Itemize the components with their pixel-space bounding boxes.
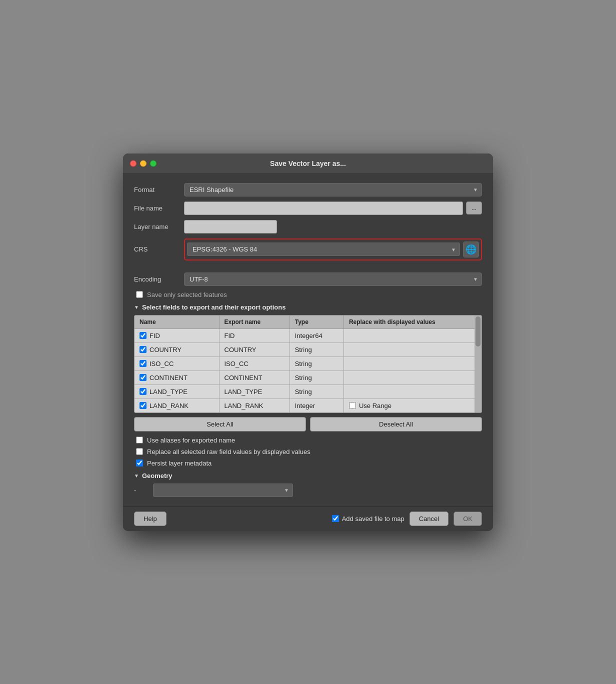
filename-control: ... xyxy=(184,202,482,215)
geometry-section: ▼ Geometry - ▼ xyxy=(134,472,482,497)
select-deselect-row: Select All Deselect All xyxy=(134,417,482,432)
help-button[interactable]: Help xyxy=(134,512,166,526)
crs-select-wrap: EPSG:4326 - WGS 84 ▼ xyxy=(187,242,460,256)
geometry-type-select-wrap: ▼ xyxy=(153,484,293,497)
save-selected-checkbox[interactable] xyxy=(136,291,143,298)
fields-table-container: Name Export name Type Replace with displ… xyxy=(134,315,482,413)
persist-metadata-checkbox[interactable] xyxy=(136,460,143,466)
deselect-all-button[interactable]: Deselect All xyxy=(310,417,482,432)
add-to-map-row: Add saved file to map xyxy=(332,515,404,522)
field-name-cell: LAND_RANK xyxy=(134,398,219,412)
traffic-lights xyxy=(130,160,156,166)
geometry-section-header: ▼ Geometry xyxy=(134,472,482,480)
field-replace xyxy=(344,342,482,356)
geometry-section-triangle[interactable]: ▼ xyxy=(134,473,139,478)
field-check-wrap: CONTINENT xyxy=(140,374,214,382)
crs-row: CRS EPSG:4326 - WGS 84 ▼ 🌐 xyxy=(134,238,482,260)
field-replace xyxy=(344,328,482,342)
field-name: CONTINENT xyxy=(150,374,188,382)
field-name-cell: CONTINENT xyxy=(134,370,219,384)
format-row: Format ESRI Shapefile ▼ xyxy=(134,183,482,196)
use-aliases-checkbox[interactable] xyxy=(136,436,143,444)
persist-metadata-label: Persist layer metadata xyxy=(147,460,212,467)
field-type: String xyxy=(290,342,344,356)
persist-metadata-row: Persist layer metadata xyxy=(134,460,482,467)
field-checkbox[interactable] xyxy=(140,374,146,381)
use-aliases-label: Use aliases for exported name xyxy=(147,436,235,444)
col-type: Type xyxy=(290,316,344,329)
field-name: LAND_TYPE xyxy=(150,388,188,396)
fields-table-body: FID FID Integer64 xyxy=(134,328,482,412)
fields-table-header: Name Export name Type Replace with displ… xyxy=(134,316,482,329)
col-name: Name xyxy=(134,316,219,329)
encoding-select[interactable]: UTF-8 xyxy=(184,272,482,286)
select-all-button[interactable]: Select All xyxy=(134,417,306,432)
field-name-cell: FID xyxy=(134,328,219,342)
use-range-checkbox[interactable] xyxy=(349,402,356,409)
fields-header-row: Name Export name Type Replace with displ… xyxy=(134,316,482,329)
field-export-name[interactable]: CONTINENT xyxy=(219,370,290,384)
field-name: FID xyxy=(150,332,160,340)
maximize-button[interactable] xyxy=(150,160,156,166)
fields-section-triangle[interactable]: ▼ xyxy=(134,304,139,310)
field-checkbox[interactable] xyxy=(140,402,146,409)
save-vector-dialog: Save Vector Layer as... Format ESRI Shap… xyxy=(123,154,493,531)
format-control: ESRI Shapefile ▼ xyxy=(184,183,482,196)
add-to-map-checkbox[interactable] xyxy=(332,515,339,522)
save-selected-label: Save only selected features xyxy=(147,291,227,298)
field-check-wrap: LAND_TYPE xyxy=(140,388,214,396)
layername-input[interactable] xyxy=(184,220,277,234)
field-replace: Use Range xyxy=(344,398,482,412)
format-label: Format xyxy=(134,186,184,194)
cancel-button[interactable]: Cancel xyxy=(410,512,448,526)
encoding-select-wrap: UTF-8 ▼ xyxy=(184,272,482,286)
field-name-cell: ISO_CC xyxy=(134,356,219,370)
field-checkbox[interactable] xyxy=(140,360,146,367)
table-row: LAND_RANK LAND_RANK Integer Use Range xyxy=(134,398,482,412)
field-name-cell: LAND_TYPE xyxy=(134,384,219,398)
field-export-name[interactable]: LAND_RANK xyxy=(219,398,290,412)
field-name-cell: COUNTRY xyxy=(134,342,219,356)
crs-input-group: EPSG:4326 - WGS 84 ▼ 🌐 xyxy=(184,238,482,260)
field-export-name[interactable]: FID xyxy=(219,328,290,342)
use-range-wrap: Use Range xyxy=(349,402,476,410)
field-checkbox[interactable] xyxy=(140,346,146,353)
use-aliases-row: Use aliases for exported name xyxy=(134,436,482,444)
crs-globe-button[interactable]: 🌐 xyxy=(463,242,479,258)
table-row: COUNTRY COUNTRY String xyxy=(134,342,482,356)
field-replace xyxy=(344,384,482,398)
filename-label: File name xyxy=(134,204,184,212)
table-row: LAND_TYPE LAND_TYPE String xyxy=(134,384,482,398)
field-check-wrap: LAND_RANK xyxy=(140,402,214,410)
window-title: Save Vector Layer as... xyxy=(270,160,346,168)
format-select[interactable]: ESRI Shapefile xyxy=(184,183,482,196)
format-select-wrap: ESRI Shapefile ▼ xyxy=(184,183,482,196)
use-range-label: Use Range xyxy=(359,402,392,410)
field-check-wrap: FID xyxy=(140,332,214,340)
browse-button[interactable]: ... xyxy=(466,202,482,214)
fields-table-scroll[interactable]: Name Export name Type Replace with displ… xyxy=(134,316,482,412)
field-export-name[interactable]: COUNTRY xyxy=(219,342,290,356)
field-name: LAND_RANK xyxy=(150,402,188,410)
filename-input[interactable] xyxy=(184,202,463,215)
field-export-name[interactable]: LAND_TYPE xyxy=(219,384,290,398)
scrollbar-track[interactable] xyxy=(474,316,482,412)
scrollbar-thumb[interactable] xyxy=(476,316,480,346)
table-row: ISO_CC ISO_CC String xyxy=(134,356,482,370)
field-checkbox[interactable] xyxy=(140,332,146,339)
layername-row: Layer name xyxy=(134,220,482,234)
replace-raw-checkbox[interactable] xyxy=(136,448,143,455)
replace-raw-label: Replace all selected raw field values by… xyxy=(147,448,310,456)
crs-select[interactable]: EPSG:4326 - WGS 84 xyxy=(187,242,460,256)
close-button[interactable] xyxy=(130,160,136,166)
minimize-button[interactable] xyxy=(140,160,146,166)
field-export-name[interactable]: ISO_CC xyxy=(219,356,290,370)
table-row: CONTINENT CONTINENT String xyxy=(134,370,482,384)
fields-section-header: ▼ Select fields to export and their expo… xyxy=(134,304,482,311)
geometry-type-select[interactable] xyxy=(153,484,293,497)
ok-button[interactable]: OK xyxy=(454,512,482,526)
filename-input-row: ... xyxy=(184,202,482,215)
field-type: Integer64 xyxy=(290,328,344,342)
field-type: String xyxy=(290,384,344,398)
field-checkbox[interactable] xyxy=(140,388,146,395)
